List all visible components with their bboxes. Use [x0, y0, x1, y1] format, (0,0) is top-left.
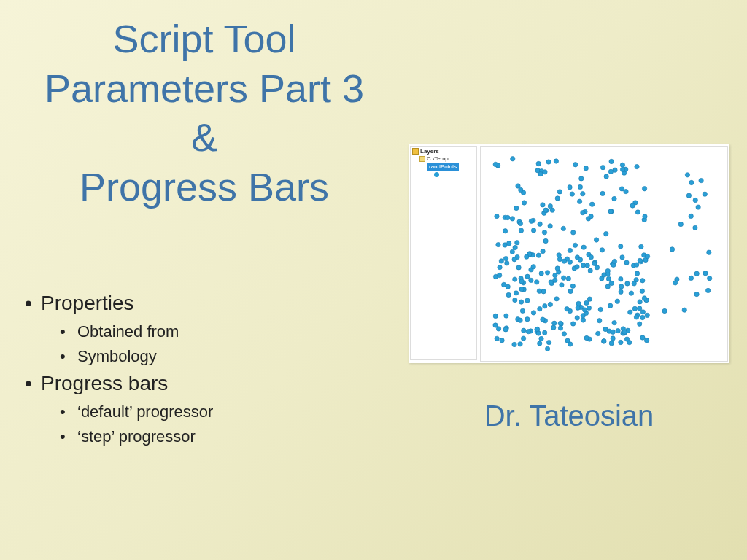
- svg-point-292: [699, 178, 703, 182]
- svg-point-290: [673, 281, 677, 285]
- svg-point-150: [515, 241, 519, 245]
- svg-point-139: [520, 308, 525, 313]
- svg-point-6: [541, 249, 545, 253]
- svg-point-207: [506, 215, 510, 219]
- svg-point-83: [604, 174, 608, 179]
- svg-point-108: [619, 277, 623, 281]
- svg-point-161: [538, 171, 543, 176]
- toc-header-label: Layers: [420, 148, 439, 155]
- svg-point-243: [554, 159, 558, 163]
- svg-point-186: [514, 291, 518, 295]
- svg-point-51: [519, 228, 523, 233]
- svg-point-237: [624, 189, 628, 193]
- svg-point-222: [620, 163, 624, 167]
- svg-point-5: [619, 187, 624, 191]
- svg-point-211: [555, 266, 560, 271]
- svg-point-196: [513, 277, 517, 281]
- svg-point-142: [568, 289, 573, 293]
- svg-point-266: [643, 214, 647, 219]
- svg-point-115: [604, 231, 608, 236]
- bullet-item-l1: Properties: [22, 292, 328, 315]
- svg-point-45: [638, 306, 642, 311]
- svg-point-26: [566, 276, 570, 281]
- svg-point-110: [493, 162, 498, 166]
- svg-point-229: [616, 328, 620, 332]
- svg-point-44: [555, 196, 560, 201]
- map-screenshot: Layers C:\Temp randPoints: [409, 144, 729, 363]
- bullet-list: PropertiesObtained fromSymbologyProgress…: [22, 292, 328, 452]
- svg-point-179: [640, 315, 645, 319]
- svg-point-230: [630, 203, 635, 208]
- svg-point-3: [638, 322, 642, 326]
- svg-point-9: [609, 281, 614, 285]
- svg-point-61: [611, 336, 615, 341]
- svg-point-273: [707, 276, 711, 281]
- svg-point-244: [512, 257, 516, 262]
- svg-point-223: [552, 321, 557, 325]
- svg-point-91: [645, 313, 649, 317]
- svg-point-120: [624, 337, 629, 341]
- svg-point-227: [522, 201, 526, 205]
- svg-point-28: [568, 260, 572, 264]
- svg-point-50: [541, 289, 546, 294]
- svg-point-247: [539, 271, 543, 276]
- svg-point-46: [538, 341, 542, 346]
- svg-point-287: [685, 173, 689, 177]
- title-line-1: Script Tool Parameters Part 3: [44, 17, 364, 110]
- svg-point-210: [600, 191, 605, 195]
- svg-point-170: [632, 306, 637, 311]
- svg-point-57: [542, 230, 546, 234]
- svg-point-39: [606, 276, 611, 281]
- svg-point-203: [632, 281, 636, 286]
- svg-point-220: [635, 262, 639, 267]
- svg-point-141: [505, 261, 509, 265]
- svg-point-149: [554, 297, 559, 301]
- svg-point-106: [587, 306, 591, 310]
- svg-point-41: [581, 318, 585, 322]
- svg-point-291: [694, 292, 699, 296]
- svg-point-172: [588, 268, 592, 273]
- svg-point-293: [582, 308, 587, 312]
- svg-point-114: [531, 265, 535, 269]
- svg-point-158: [592, 261, 596, 265]
- svg-point-252: [562, 259, 566, 263]
- svg-point-85: [493, 314, 498, 318]
- svg-point-225: [557, 257, 562, 261]
- svg-point-272: [696, 205, 700, 209]
- svg-point-295: [689, 180, 694, 184]
- svg-point-121: [597, 318, 602, 322]
- title-line-3: Progress Bars: [80, 165, 329, 209]
- svg-point-253: [584, 335, 589, 340]
- svg-point-296: [689, 276, 693, 280]
- svg-point-74: [503, 256, 508, 260]
- svg-point-7: [499, 259, 503, 263]
- author-text: Dr. Tateosian: [484, 400, 654, 432]
- svg-point-276: [682, 308, 686, 312]
- svg-point-261: [629, 291, 633, 295]
- folder-icon: [419, 156, 425, 162]
- svg-point-275: [602, 273, 606, 277]
- svg-point-156: [522, 328, 526, 332]
- svg-point-125: [590, 202, 595, 206]
- svg-point-76: [615, 299, 619, 303]
- svg-point-98: [605, 284, 610, 289]
- bullet-item-l2: Symbology: [22, 347, 328, 366]
- svg-point-2: [584, 166, 588, 171]
- svg-point-75: [598, 307, 603, 311]
- toc-layer-label: randPoints: [427, 163, 459, 171]
- svg-point-242: [531, 311, 535, 315]
- svg-point-167: [578, 184, 582, 189]
- svg-point-32: [571, 230, 576, 235]
- map-view: [480, 146, 728, 362]
- svg-point-155: [548, 302, 552, 306]
- svg-point-14: [568, 185, 572, 190]
- svg-point-18: [589, 214, 593, 219]
- svg-point-201: [519, 279, 524, 284]
- svg-point-257: [535, 327, 539, 331]
- svg-point-118: [581, 210, 585, 214]
- toc-dataframe: C:\Temp: [412, 155, 475, 163]
- svg-point-268: [611, 330, 615, 334]
- svg-point-36: [503, 229, 507, 233]
- svg-point-48: [543, 238, 548, 243]
- svg-point-195: [553, 278, 557, 282]
